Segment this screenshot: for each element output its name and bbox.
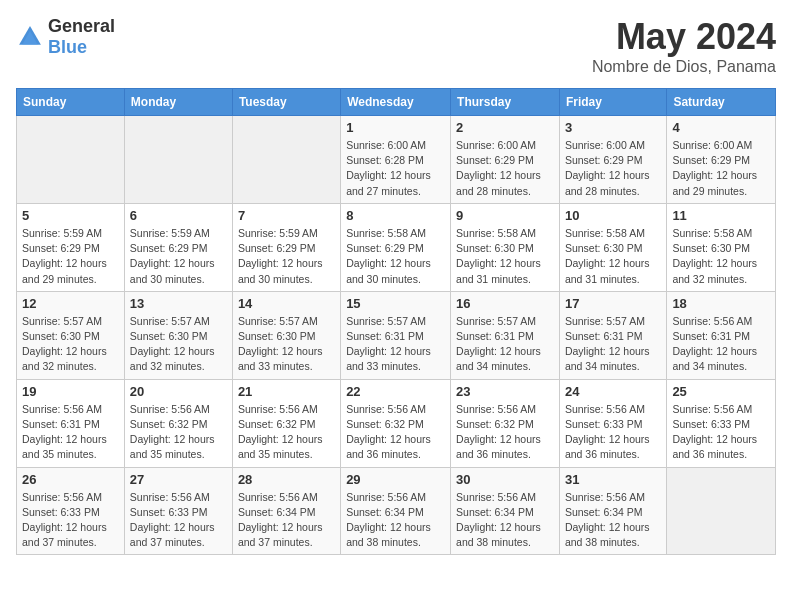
day-number: 13 bbox=[130, 296, 227, 311]
calendar-cell: 10Sunrise: 5:58 AM Sunset: 6:30 PM Dayli… bbox=[559, 203, 666, 291]
day-number: 25 bbox=[672, 384, 770, 399]
day-number: 28 bbox=[238, 472, 335, 487]
weekday-header-cell: Saturday bbox=[667, 89, 776, 116]
day-number: 5 bbox=[22, 208, 119, 223]
day-number: 21 bbox=[238, 384, 335, 399]
calendar-cell bbox=[124, 116, 232, 204]
day-number: 15 bbox=[346, 296, 445, 311]
title-area: May 2024 Nombre de Dios, Panama bbox=[592, 16, 776, 76]
day-info: Sunrise: 5:59 AM Sunset: 6:29 PM Dayligh… bbox=[22, 226, 119, 287]
calendar-cell: 8Sunrise: 5:58 AM Sunset: 6:29 PM Daylig… bbox=[341, 203, 451, 291]
calendar-cell: 4Sunrise: 6:00 AM Sunset: 6:29 PM Daylig… bbox=[667, 116, 776, 204]
calendar-week-row: 12Sunrise: 5:57 AM Sunset: 6:30 PM Dayli… bbox=[17, 291, 776, 379]
day-number: 29 bbox=[346, 472, 445, 487]
calendar-cell: 2Sunrise: 6:00 AM Sunset: 6:29 PM Daylig… bbox=[451, 116, 560, 204]
calendar-cell: 30Sunrise: 5:56 AM Sunset: 6:34 PM Dayli… bbox=[451, 467, 560, 555]
calendar-cell: 19Sunrise: 5:56 AM Sunset: 6:31 PM Dayli… bbox=[17, 379, 125, 467]
weekday-header-cell: Monday bbox=[124, 89, 232, 116]
calendar-cell: 18Sunrise: 5:56 AM Sunset: 6:31 PM Dayli… bbox=[667, 291, 776, 379]
calendar-cell: 12Sunrise: 5:57 AM Sunset: 6:30 PM Dayli… bbox=[17, 291, 125, 379]
day-info: Sunrise: 5:56 AM Sunset: 6:33 PM Dayligh… bbox=[672, 402, 770, 463]
day-number: 20 bbox=[130, 384, 227, 399]
calendar-cell: 9Sunrise: 5:58 AM Sunset: 6:30 PM Daylig… bbox=[451, 203, 560, 291]
day-number: 3 bbox=[565, 120, 661, 135]
calendar-cell bbox=[232, 116, 340, 204]
calendar-cell: 22Sunrise: 5:56 AM Sunset: 6:32 PM Dayli… bbox=[341, 379, 451, 467]
day-info: Sunrise: 5:58 AM Sunset: 6:29 PM Dayligh… bbox=[346, 226, 445, 287]
day-number: 4 bbox=[672, 120, 770, 135]
day-info: Sunrise: 5:56 AM Sunset: 6:32 PM Dayligh… bbox=[456, 402, 554, 463]
calendar-week-row: 19Sunrise: 5:56 AM Sunset: 6:31 PM Dayli… bbox=[17, 379, 776, 467]
day-info: Sunrise: 6:00 AM Sunset: 6:29 PM Dayligh… bbox=[456, 138, 554, 199]
weekday-header-cell: Wednesday bbox=[341, 89, 451, 116]
day-info: Sunrise: 5:58 AM Sunset: 6:30 PM Dayligh… bbox=[456, 226, 554, 287]
calendar-cell: 7Sunrise: 5:59 AM Sunset: 6:29 PM Daylig… bbox=[232, 203, 340, 291]
day-number: 11 bbox=[672, 208, 770, 223]
calendar-cell: 23Sunrise: 5:56 AM Sunset: 6:32 PM Dayli… bbox=[451, 379, 560, 467]
day-number: 18 bbox=[672, 296, 770, 311]
calendar-cell: 25Sunrise: 5:56 AM Sunset: 6:33 PM Dayli… bbox=[667, 379, 776, 467]
calendar-cell: 29Sunrise: 5:56 AM Sunset: 6:34 PM Dayli… bbox=[341, 467, 451, 555]
day-number: 23 bbox=[456, 384, 554, 399]
day-number: 6 bbox=[130, 208, 227, 223]
day-info: Sunrise: 5:58 AM Sunset: 6:30 PM Dayligh… bbox=[672, 226, 770, 287]
day-info: Sunrise: 5:56 AM Sunset: 6:34 PM Dayligh… bbox=[238, 490, 335, 551]
day-info: Sunrise: 6:00 AM Sunset: 6:29 PM Dayligh… bbox=[672, 138, 770, 199]
day-info: Sunrise: 5:59 AM Sunset: 6:29 PM Dayligh… bbox=[130, 226, 227, 287]
day-info: Sunrise: 5:56 AM Sunset: 6:34 PM Dayligh… bbox=[456, 490, 554, 551]
sub-title: Nombre de Dios, Panama bbox=[592, 58, 776, 76]
day-info: Sunrise: 5:57 AM Sunset: 6:31 PM Dayligh… bbox=[565, 314, 661, 375]
day-number: 1 bbox=[346, 120, 445, 135]
calendar-cell: 1Sunrise: 6:00 AM Sunset: 6:28 PM Daylig… bbox=[341, 116, 451, 204]
day-info: Sunrise: 5:56 AM Sunset: 6:34 PM Dayligh… bbox=[346, 490, 445, 551]
calendar-cell: 15Sunrise: 5:57 AM Sunset: 6:31 PM Dayli… bbox=[341, 291, 451, 379]
calendar-cell: 21Sunrise: 5:56 AM Sunset: 6:32 PM Dayli… bbox=[232, 379, 340, 467]
weekday-header-cell: Tuesday bbox=[232, 89, 340, 116]
calendar-cell: 5Sunrise: 5:59 AM Sunset: 6:29 PM Daylig… bbox=[17, 203, 125, 291]
day-number: 31 bbox=[565, 472, 661, 487]
calendar-cell: 14Sunrise: 5:57 AM Sunset: 6:30 PM Dayli… bbox=[232, 291, 340, 379]
day-info: Sunrise: 5:56 AM Sunset: 6:31 PM Dayligh… bbox=[672, 314, 770, 375]
weekday-header-cell: Friday bbox=[559, 89, 666, 116]
logo-blue: Blue bbox=[48, 37, 87, 57]
header: General Blue May 2024 Nombre de Dios, Pa… bbox=[16, 16, 776, 76]
calendar-cell: 16Sunrise: 5:57 AM Sunset: 6:31 PM Dayli… bbox=[451, 291, 560, 379]
calendar-cell: 24Sunrise: 5:56 AM Sunset: 6:33 PM Dayli… bbox=[559, 379, 666, 467]
day-info: Sunrise: 6:00 AM Sunset: 6:28 PM Dayligh… bbox=[346, 138, 445, 199]
day-info: Sunrise: 5:57 AM Sunset: 6:31 PM Dayligh… bbox=[456, 314, 554, 375]
calendar-cell bbox=[667, 467, 776, 555]
day-number: 14 bbox=[238, 296, 335, 311]
day-info: Sunrise: 5:56 AM Sunset: 6:32 PM Dayligh… bbox=[238, 402, 335, 463]
main-title: May 2024 bbox=[592, 16, 776, 58]
calendar-cell: 20Sunrise: 5:56 AM Sunset: 6:32 PM Dayli… bbox=[124, 379, 232, 467]
day-info: Sunrise: 5:56 AM Sunset: 6:33 PM Dayligh… bbox=[130, 490, 227, 551]
day-number: 8 bbox=[346, 208, 445, 223]
calendar-cell: 31Sunrise: 5:56 AM Sunset: 6:34 PM Dayli… bbox=[559, 467, 666, 555]
day-number: 26 bbox=[22, 472, 119, 487]
day-info: Sunrise: 5:56 AM Sunset: 6:34 PM Dayligh… bbox=[565, 490, 661, 551]
day-number: 19 bbox=[22, 384, 119, 399]
day-number: 10 bbox=[565, 208, 661, 223]
day-number: 9 bbox=[456, 208, 554, 223]
day-number: 16 bbox=[456, 296, 554, 311]
calendar-cell: 3Sunrise: 6:00 AM Sunset: 6:29 PM Daylig… bbox=[559, 116, 666, 204]
logo: General Blue bbox=[16, 16, 115, 58]
logo-general: General bbox=[48, 16, 115, 36]
day-info: Sunrise: 5:56 AM Sunset: 6:33 PM Dayligh… bbox=[22, 490, 119, 551]
day-number: 24 bbox=[565, 384, 661, 399]
day-info: Sunrise: 5:58 AM Sunset: 6:30 PM Dayligh… bbox=[565, 226, 661, 287]
calendar-week-row: 1Sunrise: 6:00 AM Sunset: 6:28 PM Daylig… bbox=[17, 116, 776, 204]
calendar-cell bbox=[17, 116, 125, 204]
day-info: Sunrise: 5:57 AM Sunset: 6:31 PM Dayligh… bbox=[346, 314, 445, 375]
day-info: Sunrise: 5:57 AM Sunset: 6:30 PM Dayligh… bbox=[22, 314, 119, 375]
day-info: Sunrise: 5:57 AM Sunset: 6:30 PM Dayligh… bbox=[130, 314, 227, 375]
day-number: 2 bbox=[456, 120, 554, 135]
day-number: 27 bbox=[130, 472, 227, 487]
day-info: Sunrise: 5:56 AM Sunset: 6:32 PM Dayligh… bbox=[346, 402, 445, 463]
calendar-cell: 6Sunrise: 5:59 AM Sunset: 6:29 PM Daylig… bbox=[124, 203, 232, 291]
calendar-cell: 28Sunrise: 5:56 AM Sunset: 6:34 PM Dayli… bbox=[232, 467, 340, 555]
calendar-week-row: 5Sunrise: 5:59 AM Sunset: 6:29 PM Daylig… bbox=[17, 203, 776, 291]
day-number: 30 bbox=[456, 472, 554, 487]
calendar-week-row: 26Sunrise: 5:56 AM Sunset: 6:33 PM Dayli… bbox=[17, 467, 776, 555]
calendar-cell: 27Sunrise: 5:56 AM Sunset: 6:33 PM Dayli… bbox=[124, 467, 232, 555]
